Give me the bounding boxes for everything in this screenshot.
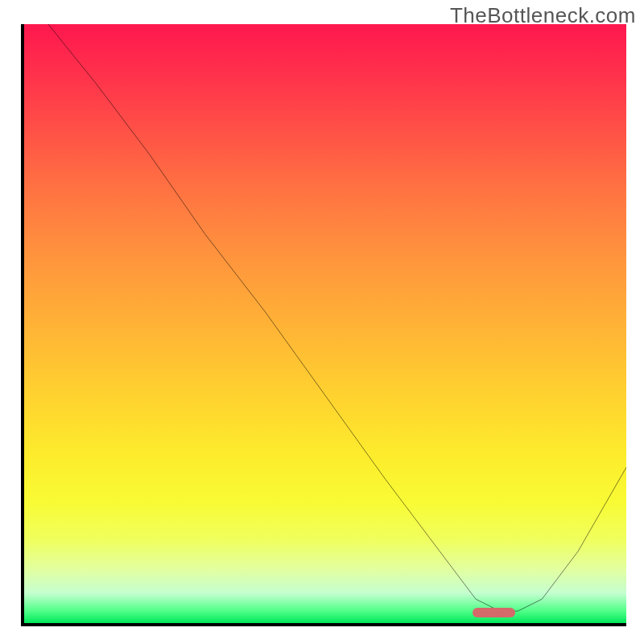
- plot-area: [21, 24, 626, 626]
- bottleneck-curve: [24, 24, 626, 623]
- optimal-marker: [473, 608, 514, 617]
- chart-container: TheBottleneck.com: [0, 0, 644, 644]
